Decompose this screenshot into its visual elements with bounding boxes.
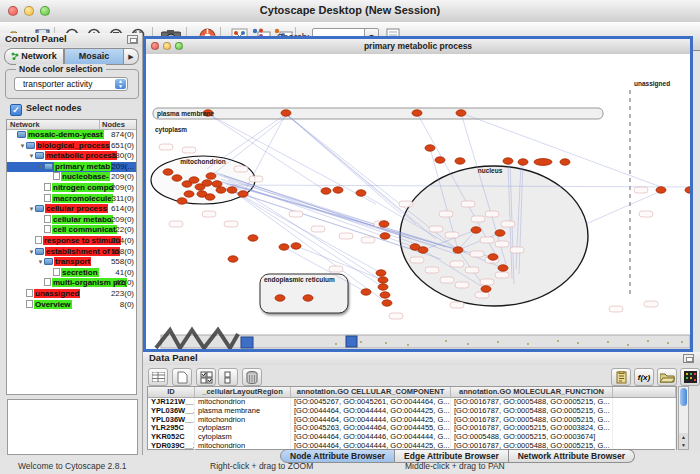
delete-attribute-icon[interactable] — [242, 368, 262, 386]
table-row[interactable]: YJR121W__1mitochondrion[GO:0045267, GO:0… — [148, 398, 676, 407]
node[interactable] — [205, 194, 215, 200]
table-cell[interactable]: plasma membrane — [195, 407, 291, 416]
table-cell[interactable]: YJR121W__1 — [148, 398, 195, 407]
import-attributes-icon[interactable] — [657, 368, 677, 386]
table-cell[interactable]: [GO:0016787, GO:0005215, GO:0003824, G..… — [451, 424, 613, 433]
tree-row[interactable]: ▼primary metab209(... — [7, 162, 136, 173]
node[interactable] — [184, 191, 194, 197]
table-cell[interactable]: mitochondrion — [195, 442, 291, 451]
node[interactable] — [656, 187, 666, 193]
node[interactable] — [495, 230, 505, 236]
tree-row[interactable]: ▼transport558(0) — [7, 257, 136, 268]
table-cell[interactable]: cytoplasm — [195, 433, 291, 442]
table-cell[interactable]: mitochondrion — [195, 398, 291, 407]
node[interactable] — [378, 277, 388, 283]
table-row[interactable]: YPL036W__2plasma membrane[GO:0044464, GO… — [148, 407, 676, 416]
tree-row[interactable]: nucleobase-209(0) — [7, 172, 136, 183]
node[interactable] — [425, 145, 435, 151]
attribute-grid-icon[interactable] — [148, 368, 168, 386]
function-icon[interactable]: f(x) — [634, 368, 654, 386]
node[interactable] — [379, 221, 389, 227]
node[interactable] — [380, 292, 390, 298]
table-row[interactable]: YKR052Ccytoplasm[GO:0044464, GO:0044446,… — [148, 433, 676, 442]
node[interactable] — [453, 247, 463, 253]
node[interactable] — [455, 158, 465, 164]
table-row[interactable]: YPL036W__1mitochondrion[GO:0044464, GO:0… — [148, 416, 676, 425]
node[interactable] — [518, 159, 528, 165]
table-cell[interactable]: [GO:0016787, GO:0005488, GO:0005215, G..… — [451, 398, 613, 407]
table-cell[interactable] — [613, 407, 676, 416]
node[interactable] — [212, 181, 222, 187]
node[interactable] — [382, 300, 392, 306]
node[interactable] — [356, 190, 366, 196]
node[interactable] — [216, 187, 226, 193]
new-attribute-icon[interactable] — [172, 368, 192, 386]
table-cell[interactable] — [613, 416, 676, 425]
table-row[interactable]: YLR295Ccytoplasm[GO:0045263, GO:0044464,… — [148, 424, 676, 433]
table-cell[interactable]: YPL036W__1 — [148, 416, 195, 425]
table-cell[interactable] — [613, 398, 676, 407]
tree-row[interactable]: macromolecule311(0) — [7, 194, 136, 205]
tree-row[interactable]: multi-organism pro42(0) — [7, 278, 136, 289]
attribute-browser-tab[interactable]: Network Attribute Browser — [509, 449, 635, 463]
node[interactable] — [172, 175, 182, 181]
node[interactable] — [435, 157, 445, 163]
table-cell[interactable]: [GO:0016787, GO:0005488, GO:0005215, G..… — [451, 416, 613, 425]
tree-row[interactable]: secretion41(0) — [7, 268, 136, 279]
node[interactable] — [418, 247, 428, 253]
node-color-dropdown[interactable]: transporter activity ▲▼ — [14, 77, 128, 91]
table-column-header[interactable]: annotation.GO MOLECULAR_FUNCTION — [451, 387, 613, 397]
table-column-header[interactable]: _cellularLayoutRegion — [195, 387, 291, 397]
node[interactable] — [378, 284, 388, 290]
table-column-header[interactable] — [613, 387, 676, 397]
table-cell[interactable]: YKR052C — [148, 433, 195, 442]
node[interactable] — [534, 159, 552, 166]
node[interactable] — [471, 227, 481, 233]
node[interactable] — [275, 295, 285, 301]
node[interactable] — [498, 265, 508, 271]
tree-column-network[interactable]: Network — [7, 120, 100, 129]
expand-arrow-icon[interactable]: ▼ — [37, 164, 44, 170]
node[interactable] — [380, 233, 390, 239]
node[interactable] — [560, 159, 570, 165]
clipboard-icon[interactable] — [611, 368, 631, 386]
node[interactable] — [291, 243, 301, 249]
node[interactable] — [189, 177, 199, 183]
select-nodes-checkbox[interactable]: ✓ — [10, 104, 22, 116]
network-view-titlebar[interactable]: primary metabolic process — [146, 39, 690, 55]
expand-arrow-icon[interactable]: ▼ — [28, 153, 35, 159]
table-cell[interactable]: [GO:0016787, GO:0005488, GO:0005215, G..… — [451, 407, 613, 416]
table-column-header[interactable]: annotation.GO CELLULAR_COMPONENT — [291, 387, 451, 397]
node[interactable] — [227, 187, 237, 193]
table-cell[interactable]: [GO:0005488, GO:0005215, GO:0003674] — [451, 433, 613, 442]
table-cell[interactable]: YDR039C__1 — [148, 442, 195, 451]
expand-arrow-icon[interactable]: ▼ — [28, 249, 35, 255]
table-cell[interactable]: [GO:0044464, GO:0044444, GO:0044425, G..… — [291, 416, 451, 425]
node[interactable] — [481, 286, 491, 292]
node[interactable] — [279, 244, 289, 250]
tree-row[interactable]: mosaic-demo-yeast874(0) — [7, 130, 136, 141]
node[interactable] — [685, 187, 690, 193]
tree-row[interactable]: nitrogen compo209(0) — [7, 183, 136, 194]
tree-row[interactable]: cellular metabo209(0) — [7, 215, 136, 226]
expand-arrow-icon[interactable]: ▼ — [37, 259, 44, 265]
tab-network[interactable]: Network — [4, 48, 64, 65]
node[interactable] — [303, 295, 313, 301]
float-data-panel-icon[interactable] — [683, 354, 694, 363]
node[interactable] — [412, 110, 422, 116]
table-cell[interactable]: [GO:0045263, GO:0044464, GO:0044455, G..… — [291, 424, 451, 433]
table-cell[interactable]: YLR295C — [148, 424, 195, 433]
table-cell[interactable]: YPL036W__2 — [148, 407, 195, 416]
tree-row[interactable]: cell communicat22(0) — [7, 225, 136, 236]
select-all-attributes-icon[interactable] — [196, 368, 216, 386]
unselect-attributes-icon[interactable] — [218, 368, 238, 386]
tab-mosaic[interactable]: Mosaic — [64, 48, 124, 65]
expand-arrow-icon[interactable]: ▼ — [28, 206, 35, 212]
node[interactable] — [163, 169, 173, 175]
table-cell[interactable]: [GO:0044464, GO:0044446, GO:0044444, G..… — [291, 433, 451, 442]
tree-row[interactable]: ▼metabolic process280(0) — [7, 151, 136, 162]
node[interactable] — [361, 289, 371, 295]
matrix-icon[interactable] — [680, 368, 700, 386]
node[interactable] — [248, 235, 258, 241]
tree-row[interactable]: ▼cellular process614(0) — [7, 204, 136, 215]
